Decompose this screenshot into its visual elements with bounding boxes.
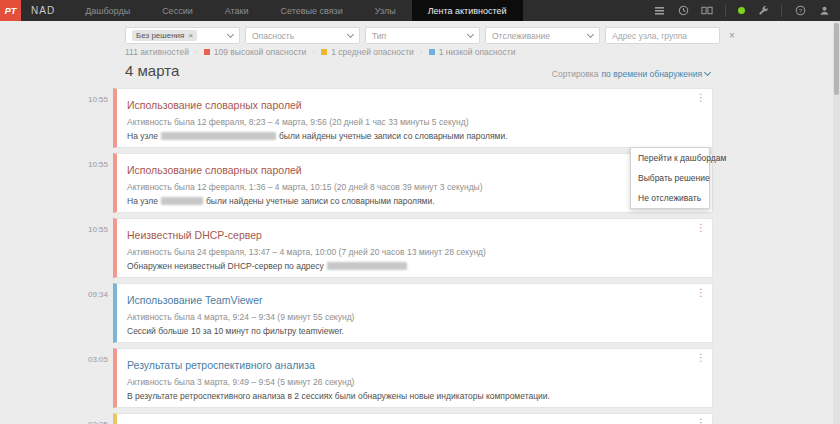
tab-activity-feed[interactable]: Лента активностей <box>412 0 523 21</box>
nav-item-label: Дашборды <box>85 6 130 16</box>
top-navigation-bar: PT NAD Дашборды Сессии Атаки Сетевые свя… <box>0 0 840 21</box>
activity-row: 10:55 Использование словарных паролей Ак… <box>88 88 713 148</box>
description-prefix: Сессий больше 10 за 10 минут по фильтру … <box>127 326 344 336</box>
activity-description: На узле были найдены учетные записи со с… <box>127 131 690 141</box>
severity-swatch <box>204 49 210 55</box>
activity-title[interactable]: Использование TeamViewer <box>127 294 263 306</box>
chip-remove-icon[interactable]: × <box>188 31 193 40</box>
activity-card: Неизвестный DHCP-сервер Активность была … <box>113 218 713 278</box>
screens-icon[interactable] <box>701 5 713 17</box>
sort-value-link[interactable]: по времени обнаружения <box>602 69 703 79</box>
chevron-down-icon <box>587 30 594 37</box>
activity-row: 10:55 Неизвестный DHCP-сервер Активность… <box>88 218 713 278</box>
kebab-menu-icon[interactable]: ⋮ <box>696 288 706 298</box>
context-menu-item[interactable]: Выбрать решение <box>631 168 709 188</box>
scrollbar-thumb[interactable] <box>834 23 839 95</box>
topbar-divider <box>781 5 782 17</box>
activity-feed: 10:55 Использование словарных паролей Ак… <box>88 88 713 424</box>
severity-stat: 1 средней опасности <box>312 47 414 57</box>
chevron-down-icon <box>347 30 354 37</box>
activity-title[interactable]: Результаты ретроспективного анализа <box>127 359 315 371</box>
total-activities: 111 активностей <box>125 47 189 57</box>
activity-title[interactable]: Использование словарных паролей <box>127 164 302 176</box>
nav-item[interactable]: Узлы <box>359 0 412 21</box>
sort-control: Сортировка по времени обнаружения <box>552 69 710 79</box>
danger-filter-dropdown[interactable]: Опасность <box>245 27 360 44</box>
kebab-menu-icon[interactable]: ⋮ <box>696 353 706 363</box>
severity-stats: 109 высокой опасности 1 средней опасност… <box>195 47 515 57</box>
menu-grid-icon[interactable] <box>653 5 665 17</box>
clock-icon[interactable] <box>677 5 689 17</box>
context-menu-item-label: Выбрать решение <box>638 173 710 183</box>
kebab-menu-icon[interactable]: ⋮ <box>696 93 706 103</box>
context-menu-item[interactable]: Перейти к дашбордам <box>631 148 709 168</box>
nav-item[interactable]: Атаки <box>209 0 265 21</box>
user-icon[interactable] <box>818 5 830 17</box>
topbar-divider <box>725 5 726 17</box>
severity-stat-label: 1 низкой опасности <box>439 47 516 57</box>
context-menu-item-label: Перейти к дашбордам <box>638 153 726 163</box>
activity-time: 10:55 <box>88 95 110 104</box>
activity-row: 10:55 Использование словарных паролей Ак… <box>88 153 713 213</box>
section-header: 4 марта Сортировка по времени обнаружени… <box>125 62 710 79</box>
activity-row: 03:05 Результаты ретроспективного анализ… <box>88 348 713 408</box>
activity-card: Результаты ретроспективного анализа Акти… <box>113 348 713 408</box>
tracking-filter-placeholder: Отслеживание <box>492 31 550 41</box>
help-icon[interactable]: ? <box>794 5 806 17</box>
nav-item[interactable]: Дашборды <box>69 0 146 21</box>
severity-swatch <box>429 49 435 55</box>
decision-chip-label: Без решения <box>136 31 184 40</box>
severity-swatch <box>321 49 327 55</box>
decision-filter-dropdown[interactable]: Без решения × <box>125 27 240 44</box>
context-menu-item[interactable]: Не отслеживать <box>631 188 709 208</box>
kebab-menu-icon[interactable]: ⋮ <box>696 418 706 424</box>
decision-filter-chip[interactable]: Без решения × <box>132 30 197 41</box>
activity-description: На узле были найдены учетные записи со с… <box>127 196 690 206</box>
severity-stat: 1 низкой опасности <box>420 47 516 57</box>
nav-item[interactable]: Сетевые связи <box>264 0 358 21</box>
nav-item-label: Атаки <box>225 6 249 16</box>
activity-meta: Активность была 12 февраля, 8:23 – 4 мар… <box>127 117 690 127</box>
topbar-right-icons: ? <box>653 0 840 21</box>
activity-time: 10:55 <box>88 160 110 169</box>
vertical-scrollbar[interactable] <box>833 21 840 424</box>
tab-activity-feed-label: Лента активностей <box>428 6 507 16</box>
activity-time: 02:35 <box>88 420 110 424</box>
pt-logo[interactable]: PT <box>0 0 21 21</box>
address-search-input[interactable] <box>605 27 720 44</box>
nav-item-label: Сетевые связи <box>280 6 342 16</box>
wrench-icon[interactable] <box>757 5 769 17</box>
kebab-menu-icon[interactable]: ⋮ <box>696 223 706 233</box>
filter-bar: Без решения × Опасность Тип Отслеживание… <box>125 27 735 44</box>
chevron-down-icon <box>227 30 234 37</box>
description-prefix: На узле <box>127 196 158 206</box>
description-suffix: были найдены учетные записи со словарным… <box>206 196 435 206</box>
type-filter-dropdown[interactable]: Тип <box>365 27 480 44</box>
activity-time: 09:34 <box>88 290 110 299</box>
nav-item-label: Узлы <box>375 6 396 16</box>
activity-stats: 111 активностей 109 высокой опасности 1 … <box>125 47 515 57</box>
activity-row: 02:35 Соединения с DGA доменами Активнос… <box>88 413 713 424</box>
sort-label: Сортировка <box>552 69 599 79</box>
product-name: NAD <box>21 0 69 21</box>
redacted-text <box>161 197 203 205</box>
activity-meta: Активность была 3 марта, 9:49 – 9:54 (5 … <box>127 377 690 387</box>
nav-item-label: Сессии <box>162 6 193 16</box>
activity-meta: Активность была 12 февраля, 1:36 – 4 мар… <box>127 182 690 192</box>
danger-filter-placeholder: Опасность <box>252 31 294 41</box>
severity-stat-label: 109 высокой опасности <box>214 47 307 57</box>
status-dot <box>738 7 745 14</box>
activity-description: Сессий больше 10 за 10 минут по фильтру … <box>127 326 690 336</box>
description-prefix: Обнаружен неизвестный DHCP-сервер по адр… <box>127 261 324 271</box>
svg-text:?: ? <box>798 8 802 14</box>
clear-filters-icon[interactable]: × <box>729 30 735 41</box>
activity-row: 09:34 Использование TeamViewer Активност… <box>88 283 713 343</box>
activity-title[interactable]: Использование словарных паролей <box>127 99 302 111</box>
activity-card: Использование словарных паролей Активнос… <box>113 153 713 213</box>
activity-card: Использование TeamViewer Активность была… <box>113 283 713 343</box>
nav-item[interactable]: Сессии <box>146 0 209 21</box>
activity-title[interactable]: Неизвестный DHCP-сервер <box>127 229 262 241</box>
tracking-filter-dropdown[interactable]: Отслеживание <box>485 27 600 44</box>
description-suffix: были найдены учетные записи со словарным… <box>279 131 508 141</box>
type-filter-placeholder: Тип <box>372 31 386 41</box>
